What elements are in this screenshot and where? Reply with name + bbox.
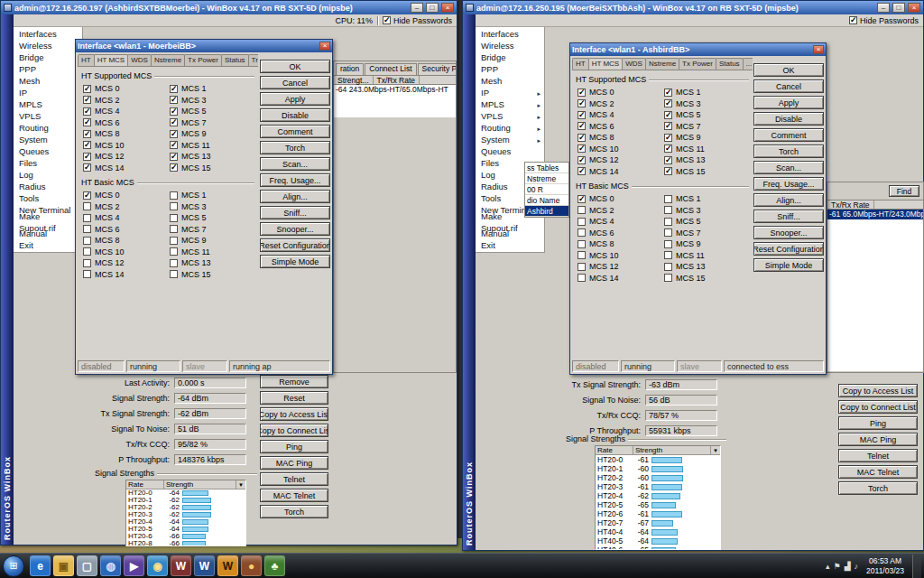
signal-row[interactable]: HT20-0 -61 <box>596 455 720 464</box>
mcs-option[interactable]: MCS 9 <box>170 235 256 247</box>
rate-column-header[interactable]: Rate <box>596 446 633 454</box>
mcs-option[interactable]: MCS 9 <box>170 128 256 140</box>
checkbox-icon[interactable] <box>664 218 672 226</box>
checkbox-icon[interactable] <box>83 130 91 138</box>
checkbox-icon[interactable] <box>170 118 178 126</box>
checkbox-icon[interactable] <box>83 141 91 149</box>
checkbox-icon[interactable] <box>170 270 178 278</box>
signal-row[interactable]: HT20-3 -61 <box>596 482 720 491</box>
background-tab[interactable]: Security Profiles <box>418 63 456 75</box>
checkbox-icon[interactable] <box>664 251 672 259</box>
taskbar-icon[interactable]: ♣ <box>264 555 285 576</box>
mcs-option[interactable]: MCS 0 <box>83 190 170 201</box>
checkbox-icon[interactable] <box>578 274 586 282</box>
sidebar-item[interactable]: Queues <box>14 145 82 157</box>
mcs-option[interactable]: MCS 11 <box>664 250 751 262</box>
dialog-button[interactable]: Align... <box>753 193 824 207</box>
mcs-option[interactable]: MCS 2 <box>83 95 170 107</box>
close-icon[interactable] <box>908 3 920 13</box>
checkbox-icon[interactable] <box>170 141 178 149</box>
registration-row[interactable]: -64 243.0Mbps-HT/65.0Mbps-HT <box>334 85 456 95</box>
mcs-option[interactable]: MCS 6 <box>83 224 170 236</box>
strength-column-header[interactable]: Strength <box>164 480 236 489</box>
taskbar-icon[interactable]: W <box>194 555 215 576</box>
action-button[interactable]: Telnet <box>838 449 918 462</box>
mcs-option[interactable]: MCS 0 <box>83 83 170 95</box>
checkbox-icon[interactable] <box>578 111 586 119</box>
checkbox-icon[interactable] <box>383 16 391 24</box>
window-titlebar[interactable]: admin@172.16.250.195 (MoerBeiSXTbbAsh) -… <box>463 1 923 14</box>
signal-row[interactable]: HT20-4 -62 <box>596 491 720 500</box>
column-header[interactable]: Strengt... <box>334 76 374 84</box>
checkbox-icon[interactable] <box>170 237 178 245</box>
mcs-option[interactable]: MCS 6 <box>578 228 664 239</box>
checkbox-icon[interactable] <box>170 214 178 222</box>
signal-row[interactable]: HT20-7 -67 <box>596 518 720 527</box>
signal-row[interactable]: HT20-5 -65 <box>596 500 720 509</box>
checkbox-icon[interactable] <box>83 107 91 116</box>
sidebar-item[interactable]: Wireless <box>14 40 82 51</box>
mcs-option[interactable]: MCS 7 <box>170 224 256 236</box>
mcs-option[interactable]: MCS 4 <box>578 109 664 121</box>
minimize-icon[interactable] <box>877 3 890 13</box>
background-tab[interactable]: ration <box>336 63 364 75</box>
dialog-button[interactable]: Scan... <box>753 161 824 174</box>
action-button[interactable]: Copy to Access List <box>260 407 328 421</box>
checkbox-icon[interactable] <box>83 237 91 245</box>
maximize-icon[interactable] <box>892 3 905 13</box>
background-tab[interactable]: Connect List <box>365 63 416 75</box>
dialog-button[interactable]: Scan... <box>260 157 330 171</box>
sidebar-item[interactable]: Make Supout.rif <box>14 216 82 228</box>
mcs-option[interactable]: MCS 1 <box>664 193 751 205</box>
dialog-button[interactable]: Disable <box>753 112 824 126</box>
mcs-option[interactable]: MCS 8 <box>83 235 170 247</box>
sidebar-item[interactable]: Routing <box>476 122 544 134</box>
dialog-button[interactable]: Freq. Usage... <box>753 177 824 191</box>
mcs-option[interactable]: MCS 1 <box>664 87 751 98</box>
dialog-button[interactable]: Reset Configuration <box>260 238 330 252</box>
checkbox-icon[interactable] <box>578 263 586 271</box>
sidebar-item[interactable]: System <box>14 134 82 145</box>
dialog-button[interactable]: Simple Mode <box>753 258 824 272</box>
checkbox-icon[interactable] <box>83 153 91 161</box>
checkbox-icon[interactable] <box>664 240 672 248</box>
mcs-option[interactable]: MCS 14 <box>83 269 170 281</box>
signal-row[interactable]: HT40-5 -64 <box>596 536 720 545</box>
checkbox-icon[interactable] <box>83 163 91 172</box>
background-fragment-text[interactable]: Nstreme <box>525 173 568 184</box>
hide-passwords-toggle[interactable]: Hide Passwords <box>383 16 452 25</box>
mcs-option[interactable]: MCS 15 <box>664 273 751 284</box>
sidebar-item[interactable]: Tools <box>14 192 82 204</box>
checkbox-icon[interactable] <box>578 167 586 175</box>
close-icon[interactable] <box>813 45 824 54</box>
checkbox-icon[interactable] <box>849 16 857 24</box>
dialog-button[interactable]: OK <box>260 60 330 73</box>
checkbox-icon[interactable] <box>664 99 672 107</box>
dialog-button[interactable]: Apply <box>260 92 330 106</box>
signal-row[interactable]: HT40-6 -65 <box>596 545 720 550</box>
checkbox-icon[interactable] <box>578 206 586 214</box>
mcs-option[interactable]: MCS 15 <box>170 163 256 174</box>
dialog-button[interactable]: Align... <box>260 190 330 203</box>
checkbox-icon[interactable] <box>664 228 672 237</box>
dialog-button[interactable]: Sniff... <box>753 210 824 223</box>
checkbox-icon[interactable] <box>83 259 91 267</box>
checkbox-icon[interactable] <box>578 240 586 248</box>
start-button[interactable]: ⊞ <box>3 555 24 577</box>
dialog-tab[interactable]: HT <box>572 58 589 70</box>
mcs-option[interactable]: MCS 2 <box>578 98 664 110</box>
action-button[interactable]: Copy to Access List <box>838 384 918 397</box>
dialog-button[interactable]: OK <box>753 63 824 77</box>
checkbox-icon[interactable] <box>83 96 91 104</box>
mcs-option[interactable]: MCS 1 <box>170 83 256 95</box>
checkbox-icon[interactable] <box>664 89 672 97</box>
sidebar-item[interactable]: Radius <box>14 181 82 192</box>
action-button[interactable]: Torch <box>838 481 918 495</box>
checkbox-icon[interactable] <box>170 225 178 233</box>
find-button[interactable]: Find <box>889 185 919 197</box>
dialog-button[interactable]: Cancel <box>260 76 330 89</box>
sidebar-item[interactable]: PPP <box>14 63 82 75</box>
checkbox-icon[interactable] <box>170 247 178 256</box>
action-button[interactable]: Remove <box>260 375 328 388</box>
dialog-button[interactable]: Reset Configuration <box>753 242 824 256</box>
